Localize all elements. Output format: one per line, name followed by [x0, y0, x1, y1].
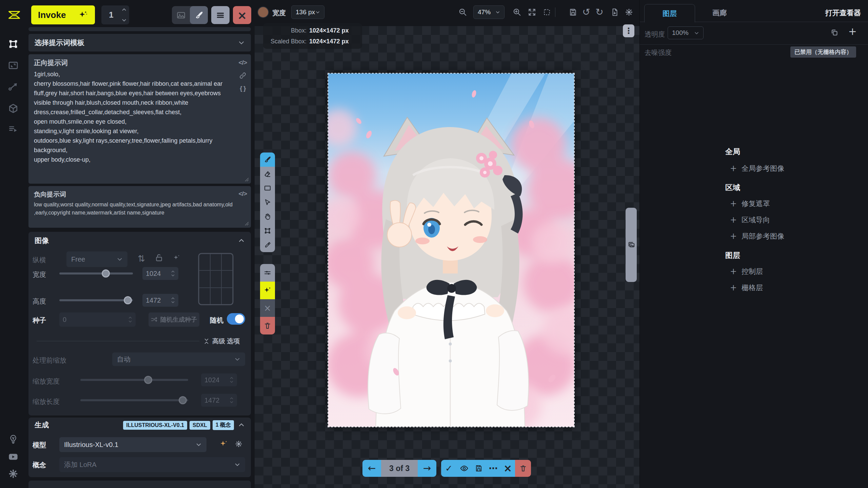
- staging-area-handle[interactable]: [626, 208, 637, 282]
- fit-bbox-icon[interactable]: [541, 6, 553, 18]
- resize-handle-icon[interactable]: [243, 176, 249, 182]
- random-seed-button[interactable]: 随机生成种子: [149, 312, 199, 327]
- gallery-mode-button[interactable]: [172, 6, 190, 24]
- canvas-settings-gear-icon[interactable]: [623, 6, 635, 18]
- open-viewer-button[interactable]: 打开查看器: [825, 8, 861, 18]
- add-layer-icon[interactable]: +: [848, 26, 857, 37]
- tool-settings-button[interactable]: [260, 264, 275, 282]
- support-bulb-icon[interactable]: [6, 432, 20, 446]
- zoom-out-icon[interactable]: [457, 6, 469, 18]
- sidebar-item-canvas[interactable]: [6, 37, 20, 51]
- scale-height-slider[interactable]: [80, 394, 188, 407]
- add-raster-layer[interactable]: + 栅格层: [730, 283, 784, 292]
- scale-height-input[interactable]: 1472: [201, 394, 237, 407]
- save-to-file-icon[interactable]: [609, 6, 621, 18]
- negative-prompt-box[interactable]: 负向提示词 low quality,worst quality,normal q…: [28, 186, 251, 228]
- brush-width-select[interactable]: 136 px: [291, 5, 324, 19]
- brush-tool-button[interactable]: [260, 152, 275, 167]
- tab-layers[interactable]: 图层: [644, 4, 695, 22]
- random-seed-toggle[interactable]: [227, 313, 245, 325]
- sidebar-item-queue[interactable]: [6, 123, 20, 136]
- cancel-staging-button[interactable]: ×: [500, 460, 515, 477]
- lora-select[interactable]: 添加 LoRA: [59, 457, 245, 472]
- duplicate-layer-icon[interactable]: [830, 28, 839, 37]
- eyedropper-tool-button[interactable]: [260, 238, 275, 252]
- positive-prompt-box[interactable]: 正向提示词 1girl,solo, cherry blossoms,hair f…: [28, 54, 251, 184]
- positive-prompt-input[interactable]: 1girl,solo, cherry blossoms,hair flower,…: [34, 69, 234, 164]
- braces-icon[interactable]: { }: [240, 85, 245, 92]
- number-spinner[interactable]: [171, 297, 175, 303]
- scale-before-select[interactable]: 自动: [112, 352, 245, 366]
- height-input[interactable]: 1472: [142, 294, 178, 307]
- collapse-chevron-icon[interactable]: [238, 422, 245, 428]
- edit-mode-button[interactable]: [190, 6, 208, 24]
- swap-dimensions-icon[interactable]: ⇅: [138, 254, 145, 263]
- sidebar-item-workflows[interactable]: [6, 80, 20, 94]
- tab-gallery[interactable]: 画廊: [694, 4, 745, 22]
- advanced-options-toggle[interactable]: 高级 选项: [203, 337, 240, 346]
- view-code-icon[interactable]: </>: [239, 190, 247, 198]
- undo-icon[interactable]: ↺: [580, 6, 592, 18]
- width-input[interactable]: 1024: [142, 267, 178, 280]
- save-canvas-icon[interactable]: [567, 6, 579, 18]
- more-options-button[interactable]: ⋯: [486, 460, 500, 477]
- zoom-in-icon[interactable]: [511, 6, 523, 18]
- invoke-button[interactable]: Invoke: [31, 5, 95, 24]
- height-slider[interactable]: [59, 294, 133, 307]
- prompt-template-select[interactable]: 选择提示词模板: [28, 34, 251, 52]
- model-settings-gear-icon[interactable]: [235, 440, 243, 448]
- select-tool-button[interactable]: [260, 195, 275, 209]
- preview-toggle-button[interactable]: [457, 460, 471, 477]
- scale-width-value: 1024: [204, 376, 230, 384]
- opacity-select[interactable]: 100%: [668, 26, 704, 39]
- seed-input[interactable]: 0: [59, 312, 136, 327]
- aspect-select[interactable]: Free: [66, 251, 127, 267]
- number-spinner[interactable]: [128, 317, 132, 323]
- add-global-reference-image[interactable]: + 全局参考图像: [730, 164, 784, 173]
- menu-button[interactable]: [211, 6, 230, 24]
- delete-staging-button[interactable]: [515, 460, 531, 477]
- bbox-tool-button[interactable]: [260, 224, 275, 238]
- next-image-button[interactable]: →: [418, 460, 436, 477]
- rect-tool-button[interactable]: [260, 181, 275, 195]
- settings-gear-icon[interactable]: [6, 467, 20, 481]
- zoom-level-select[interactable]: 47%: [473, 5, 505, 19]
- discard-button[interactable]: [260, 317, 275, 334]
- canvas-context-menu-button[interactable]: ⋮: [623, 24, 634, 37]
- canvas-image-bbox[interactable]: [328, 73, 575, 427]
- number-spinner[interactable]: [171, 270, 175, 277]
- chevron-down-icon: [117, 256, 123, 262]
- fit-to-view-icon[interactable]: [526, 6, 538, 18]
- view-code-icon[interactable]: </>: [239, 59, 247, 66]
- cancel-button[interactable]: ×: [233, 6, 251, 24]
- scale-width-input[interactable]: 1024: [201, 373, 237, 386]
- model-select[interactable]: Illustrious-XL-v0.1: [59, 437, 206, 452]
- width-slider[interactable]: [59, 267, 133, 280]
- batch-count-stepper[interactable]: 1: [101, 5, 129, 24]
- link-icon[interactable]: [239, 72, 246, 79]
- scale-width-slider[interactable]: [80, 373, 188, 386]
- sidebar-item-upscaling[interactable]: [6, 59, 20, 72]
- lock-aspect-icon[interactable]: [155, 253, 163, 262]
- pan-tool-button[interactable]: [260, 209, 275, 224]
- youtube-icon[interactable]: [6, 450, 20, 464]
- model-sparkle-icon[interactable]: [219, 439, 229, 449]
- brush-color-swatch[interactable]: [258, 7, 268, 17]
- sidebar-item-models[interactable]: [6, 102, 20, 115]
- add-inpaint-mask[interactable]: + 修复遮罩: [730, 199, 784, 208]
- stepper-arrows[interactable]: [122, 8, 126, 22]
- save-staging-button[interactable]: [471, 460, 486, 477]
- add-control-layer[interactable]: + 控制层: [730, 267, 784, 276]
- resize-handle-icon[interactable]: [243, 220, 249, 226]
- eraser-tool-button[interactable]: [260, 167, 275, 181]
- optimize-size-icon[interactable]: [172, 253, 181, 262]
- cancel-generation-button[interactable]: ×: [260, 299, 275, 317]
- negative-prompt-input[interactable]: low quality,worst quality,normal quality…: [34, 201, 237, 217]
- prev-image-button[interactable]: ←: [362, 460, 381, 477]
- accept-button[interactable]: ✓: [441, 460, 457, 477]
- invoke-sparkle-button[interactable]: [260, 282, 275, 299]
- add-regional-reference-image[interactable]: + 局部参考图像: [730, 231, 784, 241]
- redo-icon[interactable]: ↻: [593, 6, 606, 18]
- add-regional-guidance[interactable]: + 区域导向: [730, 215, 784, 225]
- collapse-chevron-icon[interactable]: [238, 237, 245, 244]
